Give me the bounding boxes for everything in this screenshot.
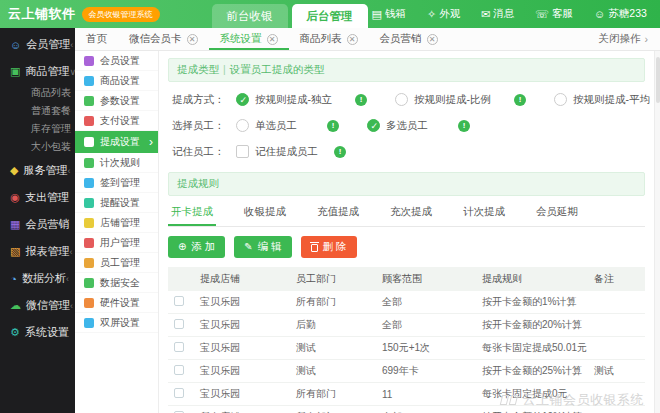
row-checkbox[interactable] xyxy=(174,296,184,306)
info-icon[interactable] xyxy=(355,94,367,106)
settings-menu-item[interactable]: 商品设置 xyxy=(75,71,158,91)
scrollbar[interactable] xyxy=(654,51,660,413)
radio-icon[interactable] xyxy=(236,119,249,132)
radio-icon[interactable] xyxy=(236,145,249,158)
info-icon[interactable] xyxy=(514,94,526,106)
table-row[interactable]: 宝贝乐园 测试 699年卡 按开卡金额的25%计算 测试 xyxy=(168,360,645,383)
option-label: 按规则提成-比例 xyxy=(414,93,498,107)
page-tab[interactable]: 商品列表 ✕ xyxy=(289,28,369,50)
row-checkbox[interactable] xyxy=(174,319,184,329)
settings-menu-item[interactable]: 店铺管理 xyxy=(75,213,158,233)
radio-icon[interactable] xyxy=(395,93,408,106)
rules-tab[interactable]: 计次提成 xyxy=(460,198,508,226)
settings-menu-item[interactable]: 用户管理 xyxy=(75,233,158,253)
row-checkbox[interactable] xyxy=(174,365,184,375)
close-actions-dropdown[interactable]: 关闭操作 xyxy=(599,28,660,50)
topbar-action[interactable]: ✉ 消息 xyxy=(481,7,514,21)
row-checkbox[interactable] xyxy=(174,388,184,398)
settings-menu-item[interactable]: 双屏设置 xyxy=(75,313,158,333)
sidebar-group: ◆ 服务管理 ‹ xyxy=(0,159,75,186)
tab-close-icon[interactable]: ✕ xyxy=(267,34,278,45)
info-icon[interactable] xyxy=(458,120,470,132)
radio-icon[interactable] xyxy=(554,93,567,106)
settings-menu-item[interactable]: 支付设置 xyxy=(75,111,158,131)
sidebar-group: ☺ 会员管理 ‹ xyxy=(0,33,75,60)
sidebar-item[interactable]: ◉ 支出管理 xyxy=(0,186,75,209)
sidebar-item[interactable]: ◆ 服务管理 ‹ xyxy=(0,159,75,182)
tab-close-icon[interactable]: ✕ xyxy=(347,34,358,45)
settings-menu-item[interactable]: 会员设置 xyxy=(75,51,158,71)
rules-tab[interactable]: 收银提成 xyxy=(241,198,289,226)
sidebar-item[interactable]: ☺ 会员管理 ‹ xyxy=(0,33,75,56)
radio-icon[interactable] xyxy=(367,119,380,132)
settings-menu-item[interactable]: 参数设置 xyxy=(75,91,158,111)
toolbar-button[interactable]: 删 除 xyxy=(301,236,357,258)
sidebar-item[interactable]: ▦ 会员营销 xyxy=(0,213,75,236)
cell-scope: 全部 xyxy=(376,406,476,413)
toolbar-button[interactable]: ⊕ 添 加 xyxy=(168,236,225,258)
commission-option[interactable]: 按规则提成-比例 xyxy=(395,93,526,107)
settings-menu-item[interactable]: 提成设置 xyxy=(75,131,158,153)
commission-option[interactable]: 记住提成员工 xyxy=(236,145,346,159)
page-tab[interactable]: 微信会员卡 ✕ xyxy=(118,28,209,50)
table-header: 提成规则 xyxy=(476,267,588,291)
commission-option[interactable]: 单选员工 xyxy=(236,119,339,133)
menu-item-icon xyxy=(84,137,94,147)
info-icon[interactable] xyxy=(334,146,346,158)
rules-tab[interactable]: 充次提成 xyxy=(387,198,435,226)
toolbar-button[interactable]: ✎ 编 辑 xyxy=(234,236,291,258)
commission-option[interactable]: 按规则提成-平均 xyxy=(554,93,654,107)
menu-item-icon xyxy=(84,116,94,126)
table-row[interactable]: 宝贝乐园 后勤 全部 按开卡金额的20%计算 xyxy=(168,314,645,337)
commission-option[interactable]: 多选员工 xyxy=(367,119,470,133)
mode-tab[interactable]: 前台收银 xyxy=(212,4,288,28)
message-icon: ✉ xyxy=(481,8,490,21)
sidebar-item-label: 支出管理 xyxy=(25,190,69,205)
sidebar-item[interactable]: ▣ 商品管理 ∨ xyxy=(0,60,75,83)
topbar-action[interactable]: ☺ 苏糖233 xyxy=(594,7,647,21)
tab-close-icon[interactable]: ✕ xyxy=(187,34,198,45)
sidebar-subitem[interactable]: 普通套餐 xyxy=(0,102,75,120)
chevron-left-icon: ‹ xyxy=(70,301,73,311)
settings-menu-item[interactable]: 签到管理 xyxy=(75,173,158,193)
sidebar-subitem[interactable]: 商品列表 xyxy=(0,84,75,102)
rules-tab[interactable]: 开卡提成 xyxy=(168,198,216,226)
page-tab[interactable]: 会员营销 ✕ xyxy=(369,28,449,50)
mode-tab[interactable]: 后台管理 xyxy=(292,4,368,28)
rules-tab[interactable]: 会员延期 xyxy=(533,198,581,226)
sidebar-item[interactable]: ▧ 报表管理 ‹ xyxy=(0,240,75,263)
scrollbar-thumb[interactable] xyxy=(656,57,660,103)
info-icon[interactable] xyxy=(327,120,339,132)
settings-menu-item[interactable]: 员工管理 xyxy=(75,253,158,273)
sidebar-subitem[interactable]: 大小包装 xyxy=(0,138,75,156)
topbar-action[interactable]: ▤ 钱箱 xyxy=(372,7,406,21)
section-title: 提成规则 xyxy=(177,177,219,189)
sidebar-item[interactable]: ◔ 数据分析 ‹ xyxy=(0,267,75,290)
settings-menu-item[interactable]: 硬件设置 xyxy=(75,293,158,313)
row-checkbox[interactable] xyxy=(174,342,184,352)
settings-menu-item[interactable]: 计次规则 xyxy=(75,153,158,173)
topbar-action[interactable]: ✧ 外观 xyxy=(427,7,460,21)
sidebar-item[interactable]: ⚙ 系统设置 xyxy=(0,321,75,344)
radio-icon[interactable] xyxy=(236,93,249,106)
page-tab[interactable]: 首页 ✕ xyxy=(75,28,118,50)
sidebar-item[interactable]: ☁ 微信管理 ‹ xyxy=(0,294,75,317)
cell-remark xyxy=(588,291,645,314)
sidebar-subitem[interactable]: 库存管理 xyxy=(0,120,75,138)
topbar-action-label: 客服 xyxy=(552,7,573,21)
topbar-action-label: 外观 xyxy=(439,7,460,21)
table-row[interactable]: 宝贝乐园 测试 150元+1次 每张卡固定提成50.01元 xyxy=(168,337,645,360)
commission-rules-header: 提成规则 xyxy=(168,172,645,196)
table-header: 员工部门 xyxy=(290,267,376,291)
table-row[interactable]: 宝贝乐园 所有部门 全部 按开卡金额的1%计算 xyxy=(168,291,645,314)
settings-menu-item[interactable]: 数据安全 xyxy=(75,273,158,293)
tab-close-icon[interactable]: ✕ xyxy=(427,34,438,45)
settings-menu-label: 商品设置 xyxy=(100,74,140,88)
option-label: 按规则提成-独立 xyxy=(255,93,339,107)
topbar-action[interactable]: ☏ 客服 xyxy=(535,7,573,21)
cell-shop: 宝贝乐园 xyxy=(194,314,290,337)
commission-option[interactable]: 按规则提成-独立 xyxy=(236,93,367,107)
rules-tab[interactable]: 充值提成 xyxy=(314,198,362,226)
page-tab[interactable]: 系统设置 ✕ xyxy=(209,28,289,50)
settings-menu-item[interactable]: 提醒设置 xyxy=(75,193,158,213)
